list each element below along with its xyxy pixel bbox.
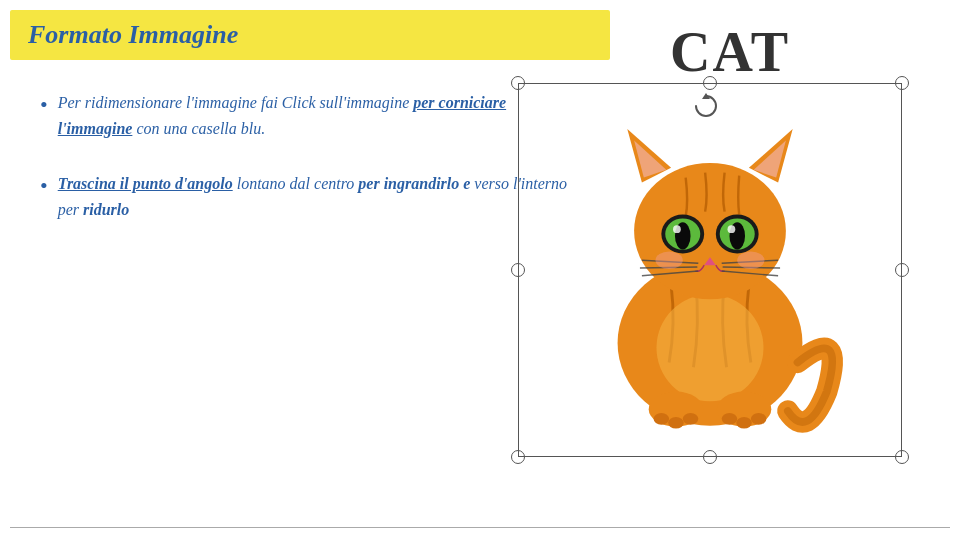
- handle-bottom-center[interactable]: [703, 450, 717, 464]
- handle-bottom-left[interactable]: [511, 450, 525, 464]
- handle-top-center[interactable]: [703, 76, 717, 90]
- handle-top-right[interactable]: [895, 76, 909, 90]
- svg-point-31: [736, 417, 752, 429]
- svg-point-29: [683, 413, 699, 425]
- page-title: Formato Immagine: [28, 20, 592, 50]
- handle-middle-right[interactable]: [895, 263, 909, 277]
- bullet-dot-2: •: [40, 173, 48, 199]
- bullet-dot-1: •: [40, 92, 48, 118]
- bold-text-2a: Trascina il punto d'angolo: [58, 175, 233, 192]
- image-container: [490, 55, 930, 485]
- handle-bottom-right[interactable]: [895, 450, 909, 464]
- handle-middle-left[interactable]: [511, 263, 525, 277]
- svg-point-14: [673, 225, 681, 233]
- bold-text-2b: per ingrandirlo e: [358, 175, 470, 192]
- svg-point-23: [656, 252, 683, 270]
- svg-point-3: [634, 163, 786, 299]
- svg-point-30: [722, 413, 738, 425]
- header-bar: Formato Immagine: [10, 10, 610, 60]
- svg-point-15: [728, 225, 736, 233]
- cat-image: [530, 90, 890, 450]
- svg-point-28: [668, 417, 684, 429]
- svg-point-2: [656, 294, 763, 401]
- svg-point-27: [654, 413, 670, 425]
- bold-text-1: per corniciare l'immagine: [58, 94, 506, 137]
- cat-svg: [550, 90, 870, 450]
- handle-top-left[interactable]: [511, 76, 525, 90]
- bottom-divider: [10, 527, 950, 528]
- bold-text-2c: ridurlo: [83, 201, 129, 218]
- svg-point-32: [751, 413, 767, 425]
- svg-point-24: [737, 252, 764, 270]
